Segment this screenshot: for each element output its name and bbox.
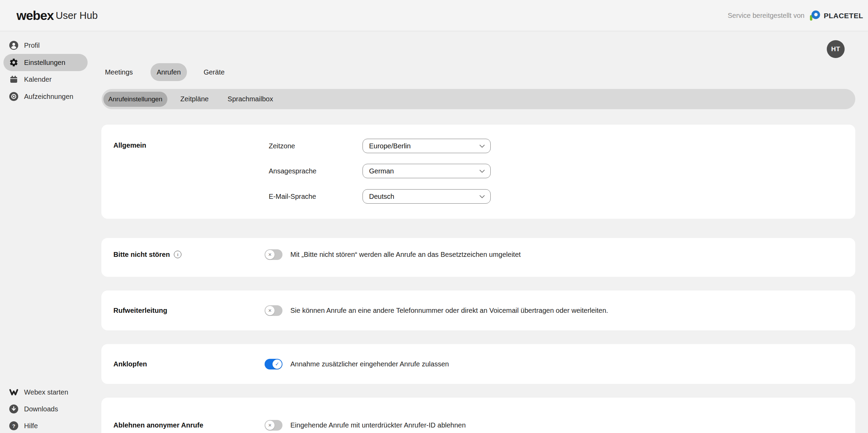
sidebar-item-label: Webex starten: [24, 388, 68, 396]
zeitzone-select[interactable]: Europe/Berlin: [363, 139, 491, 153]
toggle-row: Bitte nicht stören i ✕ Mit „Bitte nicht …: [113, 246, 843, 263]
sidebar-item-webex-starten[interactable]: Webex starten: [0, 384, 100, 400]
sidebar-item-kalender[interactable]: Kalender: [0, 71, 100, 88]
bitte-nicht-stoeren-toggle[interactable]: ✕: [265, 249, 282, 260]
card-anklopfen: Anklopfen ✓ Annahme zusätzlicher eingehe…: [101, 344, 855, 384]
sidebar-item-label: Kalender: [24, 76, 52, 83]
calendar-icon: [9, 75, 19, 84]
placetel-logo-icon: [809, 10, 821, 22]
sidebar-item-einstellungen[interactable]: Einstellungen: [3, 54, 88, 71]
field-label-email-sprache: E-Mail-Sprache: [269, 189, 316, 204]
toggle-description: Annahme zusätzlicher eingehender Anrufe …: [290, 360, 449, 368]
subtab-sprachmailbox[interactable]: Sprachmailbox: [220, 89, 280, 109]
ablehnen-anonymer-anrufe-toggle[interactable]: ✕: [265, 420, 282, 431]
svg-text:?: ?: [12, 423, 15, 429]
ansagesprache-value: German: [369, 167, 394, 175]
section-title: Bitte nicht stören: [113, 251, 170, 259]
email-sprache-select[interactable]: Deutsch: [363, 189, 491, 204]
field-label-zeitzone: Zeitzone: [269, 139, 295, 153]
user-avatar[interactable]: HT: [827, 40, 845, 58]
help-icon: ?: [9, 421, 19, 431]
info-icon[interactable]: i: [174, 251, 181, 258]
sidebar-item-hilfe[interactable]: ? Hilfe: [0, 418, 100, 433]
toggle-row: Anklopfen ✓ Annahme zusätzlicher eingehe…: [113, 356, 843, 372]
toggle-row: Ablehnen anonymer Anrufe ✕ Eingehende An…: [113, 417, 843, 433]
page-title: User Hub: [56, 0, 98, 31]
anklopfen-toggle[interactable]: ✓: [265, 359, 282, 369]
toggle-description: Mit „Bitte nicht stören“ werden alle Anr…: [290, 251, 521, 259]
toggle-knob-icon: ✓: [272, 360, 282, 369]
toggle-knob-icon: ✕: [265, 250, 275, 259]
tab-geraete[interactable]: Geräte: [196, 64, 232, 80]
webex-user-hub-screen: webex User Hub Service bereitgestellt vo…: [0, 0, 868, 433]
sidebar-item-profil[interactable]: Profil: [0, 37, 100, 54]
rufweiterleitung-toggle[interactable]: ✕: [265, 305, 282, 316]
webex-logo-wordmark: webex: [16, 0, 54, 31]
zeitzone-value: Europe/Berlin: [369, 142, 411, 150]
email-sprache-value: Deutsch: [369, 193, 394, 201]
chevron-down-icon: [479, 170, 485, 173]
provider-prefix-label: Service bereitgestellt von: [728, 12, 804, 20]
toggle-description: Sie können Anrufe an eine andere Telefon…: [290, 307, 608, 315]
field-label-ansagesprache: Ansagesprache: [269, 164, 316, 178]
sidebar-item-aufzeichnungen[interactable]: Aufzeichnungen: [0, 88, 100, 105]
sidebar-item-label: Hilfe: [24, 422, 38, 430]
profile-icon: [9, 41, 19, 50]
chevron-down-icon: [479, 145, 485, 148]
sidebar-item-label: Einstellungen: [24, 59, 65, 67]
toggle-knob-icon: ✕: [265, 421, 275, 430]
header: webex User Hub Service bereitgestellt vo…: [0, 0, 868, 31]
section-title: Allgemein: [113, 141, 146, 149]
toggle-description: Eingehende Anrufe mit unterdrückter Anru…: [290, 421, 466, 429]
webex-logo-icon: [9, 387, 19, 397]
placetel-brand: PLACETEL: [809, 10, 863, 22]
section-title: Anklopfen: [113, 360, 147, 368]
section-title: Rufweiterleitung: [113, 307, 167, 315]
toggle-knob-icon: ✕: [265, 306, 275, 315]
section-title: Ablehnen anonymer Anrufe: [113, 421, 203, 429]
card-ablehnen-anonymer-anrufe: Ablehnen anonymer Anrufe ✕ Eingehende An…: [101, 398, 855, 433]
card-rufweiterleitung: Rufweiterleitung ✕ Sie können Anrufe an …: [101, 290, 855, 330]
ansagesprache-select[interactable]: German: [363, 164, 491, 178]
sidebar-item-label: Profil: [24, 42, 40, 49]
toggle-row: Rufweiterleitung ✕ Sie können Anrufe an …: [113, 302, 843, 319]
sidebar-item-label: Downloads: [24, 405, 58, 413]
subtab-bar: Anrufeinstellungen Zeitpläne Sprachmailb…: [102, 89, 855, 109]
subtab-zeitplaene[interactable]: Zeitpläne: [170, 89, 219, 109]
sidebar-item-label: Aufzeichnungen: [24, 93, 73, 101]
card-allgemein: Allgemein Zeitzone Europe/Berlin Ansages…: [101, 125, 855, 219]
placetel-brand-name: PLACETEL: [824, 12, 863, 20]
tab-anrufen[interactable]: Anrufen: [151, 63, 187, 81]
sidebar-item-downloads[interactable]: Downloads: [0, 401, 100, 417]
download-icon: [9, 404, 19, 414]
provider-attribution: Service bereitgestellt von PLACETEL: [728, 0, 863, 31]
chevron-down-icon: [479, 195, 485, 198]
card-bitte-nicht-stoeren: Bitte nicht stören i ✕ Mit „Bitte nicht …: [101, 238, 855, 277]
recordings-icon: [9, 92, 19, 101]
tab-meetings[interactable]: Meetings: [102, 64, 136, 80]
gear-icon: [9, 58, 19, 67]
subtab-anrufeinstellungen[interactable]: Anrufeinstellungen: [103, 92, 167, 107]
